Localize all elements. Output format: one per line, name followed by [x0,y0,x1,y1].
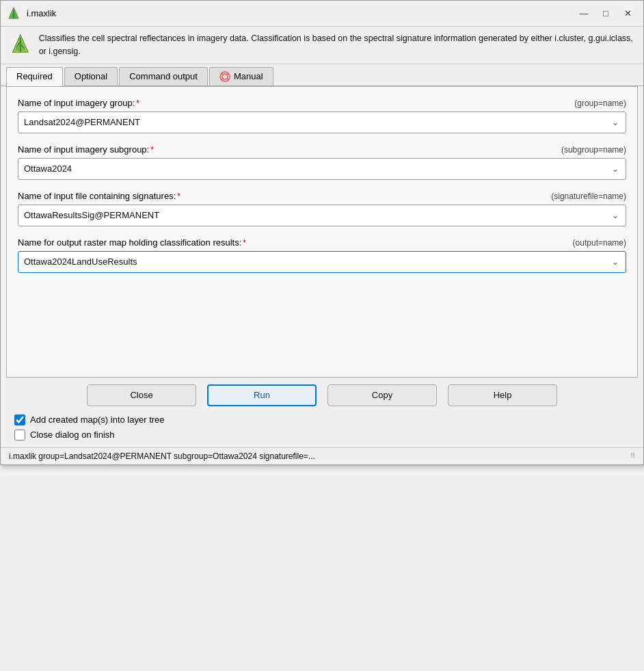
field-group-output: Name for output raster map holding class… [18,237,626,273]
status-bar: i.maxlik group=Landsat2024@PERMANENT sub… [1,447,643,464]
close-button[interactable]: Close [87,384,196,406]
output-dropdown-arrow[interactable]: ⌄ [608,254,623,269]
resize-grip: ⠿ [630,452,635,460]
bottom-area: Close Run Copy Help Add created map(s) i… [1,378,643,447]
tab-optional[interactable]: Optional [64,67,118,85]
main-window: i.maxlik — □ ✕ Classifies the cell spect… [0,0,644,465]
field-label-text-output: Name for output raster map holding class… [18,237,246,248]
subgroup-dropdown-arrow[interactable]: ⌄ [608,161,623,176]
field-label-signaturefile: Name of input file containing signatures… [18,191,626,201]
signaturefile-dropdown-arrow[interactable]: ⌄ [608,208,623,223]
lifesaver-icon [219,71,230,82]
titlebar: i.maxlik — □ ✕ [1,1,643,27]
minimize-button[interactable]: — [574,5,594,22]
tab-required-label: Required [16,71,53,81]
close-window-button[interactable]: ✕ [617,5,638,22]
field-input-wrapper-output: ⌄ [18,251,626,273]
tab-command-output-label: Command output [129,71,198,81]
field-label-text-group: Name of input imagery group:* [18,98,139,108]
field-param-group: (group=name) [574,98,626,108]
output-input[interactable] [24,256,608,267]
close-on-finish-row[interactable]: Close dialog on finish [14,430,632,440]
close-on-finish-checkbox[interactable] [14,430,25,440]
subgroup-input[interactable] [24,163,608,174]
svg-line-10 [222,73,224,75]
window-controls: — □ ✕ [574,5,638,22]
main-content: Name of input imagery group:* (group=nam… [6,86,638,378]
svg-line-12 [222,78,224,80]
description-bar: Classifies the cell spectral reflectance… [1,27,643,64]
group-dropdown-arrow[interactable]: ⌄ [608,115,623,130]
signaturefile-input[interactable] [24,210,608,220]
tab-required[interactable]: Required [6,67,63,86]
required-star-output: * [243,238,246,248]
field-input-wrapper-signaturefile: ⌄ [18,205,626,226]
copy-button[interactable]: Copy [327,384,437,406]
field-input-wrapper-group: ⌄ [18,111,626,133]
required-star-subgroup: * [150,145,154,155]
tab-optional-label: Optional [75,71,107,81]
field-param-output: (output=name) [573,238,626,248]
field-label-group: Name of input imagery group:* (group=nam… [18,98,626,108]
field-group-signaturefile: Name of input file containing signatures… [18,191,626,226]
close-on-finish-label: Close dialog on finish [30,430,115,440]
app-icon [6,6,21,21]
run-button[interactable]: Run [207,384,317,406]
field-group-subgroup: Name of input imagery subgroup:* (subgro… [18,144,626,180]
tab-manual-label: Manual [234,71,263,81]
add-to-layer-tree-row[interactable]: Add created map(s) into layer tree [14,415,632,425]
group-input[interactable] [24,117,608,127]
field-label-text-subgroup: Name of input imagery subgroup:* [18,144,154,155]
required-star-signaturefile: * [177,192,180,201]
window-title: i.maxlik [27,8,56,18]
add-to-layer-tree-checkbox[interactable] [14,415,25,425]
maximize-button[interactable]: □ [595,5,616,22]
grass-logo-icon [9,32,32,57]
tab-command-output[interactable]: Command output [119,67,208,85]
field-label-subgroup: Name of input imagery subgroup:* (subgro… [18,144,626,155]
field-param-signaturefile: (signaturefile=name) [551,192,626,201]
field-group-group: Name of input imagery group:* (group=nam… [18,98,626,133]
field-param-subgroup: (subgroup=name) [561,145,626,155]
checkboxes: Add created map(s) into layer tree Close… [12,415,632,440]
field-label-output: Name for output raster map holding class… [18,237,626,248]
tab-manual[interactable]: Manual [209,67,273,85]
help-button[interactable]: Help [448,384,557,406]
svg-line-11 [226,73,228,75]
svg-line-13 [226,78,228,80]
action-buttons: Close Run Copy Help [12,384,632,406]
field-label-text-signaturefile: Name of input file containing signatures… [18,191,180,201]
field-input-wrapper-subgroup: ⌄ [18,158,626,180]
tabs-bar: Required Optional Command output Manual [1,64,643,86]
add-to-layer-tree-label: Add created map(s) into layer tree [30,415,165,425]
description-text: Classifies the cell spectral reflectance… [39,32,635,58]
required-star-group: * [136,98,139,108]
titlebar-left: i.maxlik [6,6,56,21]
status-text: i.maxlik group=Landsat2024@PERMANENT sub… [9,451,315,461]
